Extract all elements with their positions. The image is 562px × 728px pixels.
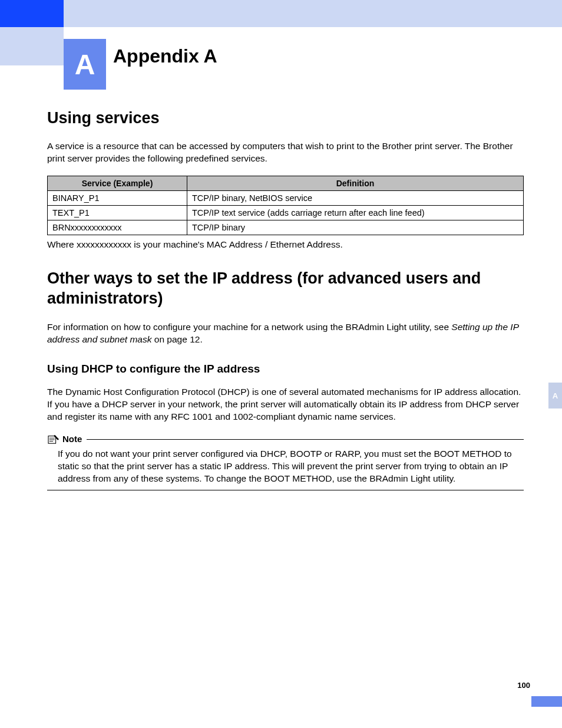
appendix-title: Appendix A: [113, 45, 217, 84]
table-cell: TCP/IP binary, NetBIOS service: [187, 190, 524, 205]
top-banner-blue: [0, 0, 64, 27]
paragraph-other-ways-intro: For information on how to configure your…: [47, 321, 524, 346]
table-row: BINARY_P1 TCP/IP binary, NetBIOS service: [48, 190, 524, 205]
left-banner-light: [0, 27, 64, 65]
section-heading-dhcp: Using DHCP to configure the IP address: [47, 363, 524, 375]
table-cell: TEXT_P1: [48, 205, 187, 220]
note-label: Note: [62, 434, 82, 444]
section-heading-other-ways: Other ways to set the IP address (for ad…: [47, 269, 524, 309]
note-body: If you do not want your print server con…: [47, 448, 524, 490]
table-header-service: Service (Example): [48, 176, 187, 190]
note-icon: [47, 434, 60, 444]
text-segment: on page 12.: [152, 334, 203, 344]
table-cell: BRNxxxxxxxxxxxx: [48, 220, 187, 235]
paragraph-dhcp-body: The Dynamic Host Configuration Protocol …: [47, 386, 524, 423]
table-cell: BINARY_P1: [48, 190, 187, 205]
services-table: Service (Example) Definition BINARY_P1 T…: [47, 176, 524, 235]
table-cell: TCP/IP text service (adds carriage retur…: [187, 205, 524, 220]
top-banner-light: [64, 0, 562, 27]
appendix-header: A Appendix A: [64, 39, 538, 90]
table-row: TEXT_P1 TCP/IP text service (adds carria…: [48, 205, 524, 220]
table-row: BRNxxxxxxxxxxxx TCP/IP binary: [48, 220, 524, 235]
note-divider: [87, 439, 524, 440]
table-header-definition: Definition: [187, 176, 524, 190]
text-segment: For information on how to configure your…: [47, 322, 451, 332]
note-block: Note If you do not want your print serve…: [47, 434, 524, 490]
page-number: 100: [517, 681, 530, 690]
corner-accent: [531, 696, 562, 707]
side-tab-appendix[interactable]: A: [548, 383, 562, 409]
page-content: Using services A service is a resource t…: [47, 109, 524, 490]
section-heading-using-services: Using services: [47, 109, 524, 127]
appendix-badge: A: [64, 39, 106, 90]
table-cell: TCP/IP binary: [187, 220, 524, 235]
paragraph-table-footnote: Where xxxxxxxxxxxx is your machine's MAC…: [47, 239, 524, 251]
paragraph-services-intro: A service is a resource that can be acce…: [47, 140, 524, 165]
